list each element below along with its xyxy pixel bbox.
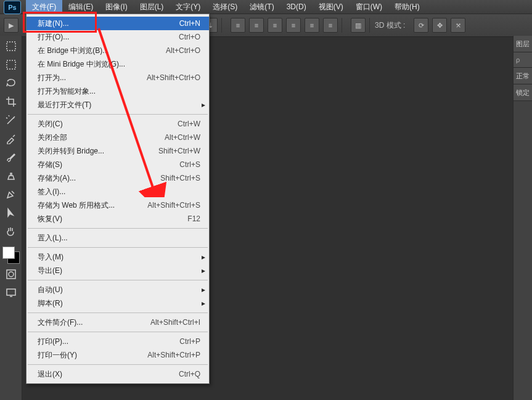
distribute-icon[interactable]: ≡ <box>249 18 264 33</box>
distribute-icon[interactable]: ≡ <box>268 18 282 33</box>
distribute-icon[interactable]: ≡ <box>286 18 301 33</box>
submenu-arrow-icon: ▸ <box>202 266 205 275</box>
menu-view[interactable]: 视图(V) <box>313 0 350 14</box>
svg-rect-2 <box>7 270 15 279</box>
svg-rect-0 <box>7 42 15 51</box>
layers-search[interactable]: ρ <box>514 52 532 68</box>
menu-new-label: 新建(N)... <box>38 18 179 29</box>
tool-crop-icon[interactable] <box>3 94 19 110</box>
opt-ico[interactable]: ▥ <box>351 18 366 33</box>
distribute-icon[interactable]: ≡ <box>231 18 245 33</box>
options-tool-preset-icon[interactable]: ▶ <box>4 18 18 33</box>
tool-screenmode-icon[interactable] <box>3 285 19 301</box>
mode3d-orbit-icon[interactable]: ⟳ <box>414 18 428 33</box>
menu-close-all[interactable]: 关闭全部 Alt+Ctrl+W <box>27 131 209 144</box>
menu-help[interactable]: 帮助(H) <box>388 0 426 14</box>
svg-point-3 <box>9 272 14 277</box>
menu-separator <box>28 247 208 248</box>
tool-wand-icon[interactable] <box>3 112 19 128</box>
color-swatches[interactable] <box>2 247 20 264</box>
menu-place[interactable]: 置入(L)... <box>27 231 209 245</box>
tool-brush-icon[interactable] <box>3 149 19 165</box>
menu-filter[interactable]: 滤镜(T) <box>243 0 280 14</box>
distribute-icon[interactable]: ≡ <box>305 18 319 33</box>
tool-hand-icon[interactable] <box>3 223 19 239</box>
menu-open-as[interactable]: 打开为... Alt+Shift+Ctrl+O <box>27 71 209 84</box>
menu-3d[interactable]: 3D(D) <box>280 0 313 14</box>
tool-eyedropper-icon[interactable] <box>3 131 19 147</box>
menu-import[interactable]: 导入(M) ▸ <box>27 250 209 264</box>
menu-separator <box>28 280 208 280</box>
tool-lasso-icon[interactable] <box>3 75 19 91</box>
file-menu-dropdown: 新建(N)... Ctrl+N 打开(O)... Ctrl+O 在 Bridge… <box>26 14 210 384</box>
menu-separator <box>28 312 208 313</box>
menu-file[interactable]: 文件(F) <box>26 0 62 14</box>
tool-pen-icon[interactable] <box>3 186 19 202</box>
menu-new-shortcut: Ctrl+N <box>179 19 200 28</box>
menu-separator <box>28 114 208 115</box>
menu-exit[interactable]: 退出(X) Ctrl+Q <box>27 367 209 381</box>
menu-save-as[interactable]: 存储为(A)... Shift+Ctrl+S <box>27 171 209 185</box>
menubar: 文件(F) 编辑(E) 图像(I) 图层(L) 文字(Y) 选择(S) 滤镜(T… <box>0 0 532 14</box>
menu-type[interactable]: 文字(Y) <box>170 0 207 14</box>
menu-print-one[interactable]: 打印一份(Y) Alt+Shift+Ctrl+P <box>27 348 209 362</box>
tool-quickmask-icon[interactable] <box>3 266 19 282</box>
menu-revert[interactable]: 恢复(V) F12 <box>27 212 209 226</box>
menu-separator <box>28 332 208 332</box>
tool-marquee-icon[interactable] <box>3 57 19 73</box>
menu-automate[interactable]: 自动(U) ▸ <box>27 283 209 296</box>
menu-save[interactable]: 存储(S) Ctrl+S <box>27 158 209 171</box>
submenu-arrow-icon: ▸ <box>202 253 205 261</box>
menu-browse-minibridge[interactable]: 在 Mini Bridge 中浏览(G)... <box>27 57 209 71</box>
svg-rect-1 <box>7 60 15 69</box>
menu-close-goto-bridge[interactable]: 关闭并转到 Bridge... Shift+Ctrl+W <box>27 144 209 158</box>
app-logo: Ps <box>4 1 21 14</box>
tool-clone-icon[interactable] <box>3 168 19 184</box>
mode3d-zoom-icon[interactable]: ⤧ <box>451 18 465 33</box>
menu-layer[interactable]: 图层(L) <box>134 0 170 14</box>
menu-open[interactable]: 打开(O)... Ctrl+O <box>27 30 209 44</box>
menu-image[interactable]: 图像(I) <box>99 0 133 14</box>
layers-panel-tab[interactable]: 图层 <box>514 36 532 52</box>
menu-separator <box>28 228 208 229</box>
menu-scripts[interactable]: 脚本(R) ▸ <box>27 296 209 310</box>
menu-open-recent[interactable]: 最近打开文件(T) ▸ <box>27 98 209 112</box>
mode3d-label: 3D 模式 : <box>375 20 405 31</box>
menu-new[interactable]: 新建(N)... Ctrl+N <box>27 17 209 30</box>
submenu-arrow-icon: ▸ <box>202 100 205 109</box>
menu-check-in[interactable]: 签入(I)... <box>27 185 209 198</box>
menu-separator <box>28 364 208 365</box>
menu-export[interactable]: 导出(E) ▸ <box>27 264 209 277</box>
toolbar <box>0 36 22 400</box>
submenu-arrow-icon: ▸ <box>202 299 205 308</box>
menu-print[interactable]: 打印(P)... Ctrl+P <box>27 335 209 348</box>
menu-edit[interactable]: 编辑(E) <box>62 0 99 14</box>
lock-label: 锁定 <box>514 84 532 101</box>
right-panel-rail: 图层 ρ 正常 锁定 <box>513 36 532 400</box>
menu-window[interactable]: 窗口(W) <box>350 0 388 14</box>
menu-close[interactable]: 关闭(C) Ctrl+W <box>27 117 209 131</box>
blend-mode-normal[interactable]: 正常 <box>514 68 532 84</box>
tool-handles-icon[interactable] <box>3 38 19 54</box>
menu-open-smart[interactable]: 打开为智能对象... <box>27 84 209 98</box>
tool-path-select-icon[interactable] <box>3 205 19 221</box>
distribute-icon[interactable]: ≡ <box>323 18 338 33</box>
svg-rect-4 <box>7 289 15 295</box>
menu-browse-bridge[interactable]: 在 Bridge 中浏览(B)... Alt+Ctrl+O <box>27 44 209 57</box>
menu-file-info[interactable]: 文件简介(F)... Alt+Shift+Ctrl+I <box>27 316 209 329</box>
mode3d-pan-icon[interactable]: ✥ <box>432 18 447 33</box>
menu-save-for-web[interactable]: 存储为 Web 所用格式... Alt+Shift+Ctrl+S <box>27 198 209 212</box>
submenu-arrow-icon: ▸ <box>202 285 205 294</box>
menu-select[interactable]: 选择(S) <box>207 0 243 14</box>
foreground-color-swatch[interactable] <box>2 247 15 259</box>
